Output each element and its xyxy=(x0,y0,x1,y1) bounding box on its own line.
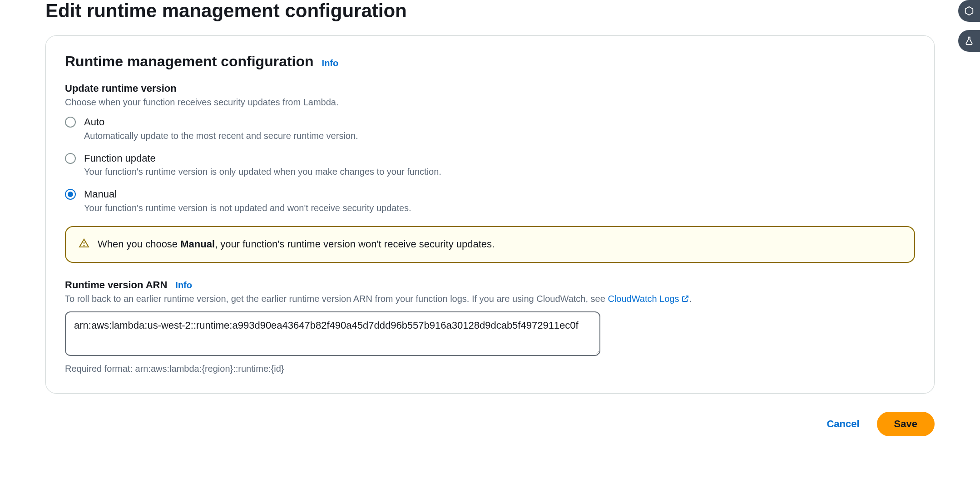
radio-auto-circle xyxy=(65,117,76,128)
arn-description: To roll back to an earlier runtime versi… xyxy=(65,294,915,305)
radio-manual-desc: Your function's runtime version is not u… xyxy=(84,203,411,213)
radio-manual-label: Manual xyxy=(84,188,411,201)
panel-title: Runtime management configuration xyxy=(65,53,314,70)
arn-input[interactable] xyxy=(65,311,600,356)
alert-text: When you choose Manual, your function's … xyxy=(98,238,495,250)
panel-header: Runtime management configuration Info xyxy=(65,53,915,70)
save-button[interactable]: Save xyxy=(877,412,935,436)
arn-desc-prefix: To roll back to an earlier runtime versi… xyxy=(65,294,608,304)
external-link-icon xyxy=(681,295,689,305)
cancel-button[interactable]: Cancel xyxy=(823,413,863,435)
arn-label: Runtime version ARN xyxy=(65,279,167,291)
radio-auto-desc: Automatically update to the most recent … xyxy=(84,131,358,141)
update-section-label: Update runtime version xyxy=(65,83,915,94)
side-widget-flask-icon[interactable] xyxy=(958,30,980,52)
alert-bold: Manual xyxy=(180,238,215,250)
alert-prefix: When you choose xyxy=(98,238,180,250)
radio-manual[interactable]: Manual Your function's runtime version i… xyxy=(65,188,915,213)
arn-info-link[interactable]: Info xyxy=(175,280,192,291)
panel-info-link[interactable]: Info xyxy=(322,58,339,69)
arn-label-row: Runtime version ARN Info xyxy=(65,279,915,291)
radio-manual-text: Manual Your function's runtime version i… xyxy=(84,188,411,213)
radio-manual-circle xyxy=(65,189,76,200)
update-radio-group: Auto Automatically update to the most re… xyxy=(65,116,915,213)
warning-icon xyxy=(79,238,89,251)
cloudwatch-logs-link[interactable]: CloudWatch Logs xyxy=(608,294,689,304)
radio-function-update-text: Function update Your function's runtime … xyxy=(84,152,441,178)
page-title: Edit runtime management configuration xyxy=(45,0,935,22)
alert-suffix: , your function's runtime version won't … xyxy=(215,238,495,250)
manual-warning-alert: When you choose Manual, your function's … xyxy=(65,226,915,263)
radio-auto-text: Auto Automatically update to the most re… xyxy=(84,116,358,141)
radio-function-update-desc: Your function's runtime version is only … xyxy=(84,167,441,177)
config-panel: Runtime management configuration Info Up… xyxy=(45,35,935,394)
side-widgets xyxy=(958,0,980,52)
radio-function-update-label: Function update xyxy=(84,152,441,165)
radio-auto[interactable]: Auto Automatically update to the most re… xyxy=(65,116,915,141)
arn-hint: Required format: arn:aws:lambda:{region}… xyxy=(65,364,915,374)
svg-marker-0 xyxy=(965,7,973,15)
radio-auto-label: Auto xyxy=(84,116,358,129)
side-widget-hex-icon[interactable] xyxy=(958,0,980,22)
arn-desc-suffix: . xyxy=(689,294,692,304)
footer-actions: Cancel Save xyxy=(0,394,980,436)
radio-function-update-circle xyxy=(65,153,76,164)
update-section-desc: Choose when your function receives secur… xyxy=(65,97,915,108)
svg-point-2 xyxy=(84,245,84,246)
radio-function-update[interactable]: Function update Your function's runtime … xyxy=(65,152,915,178)
